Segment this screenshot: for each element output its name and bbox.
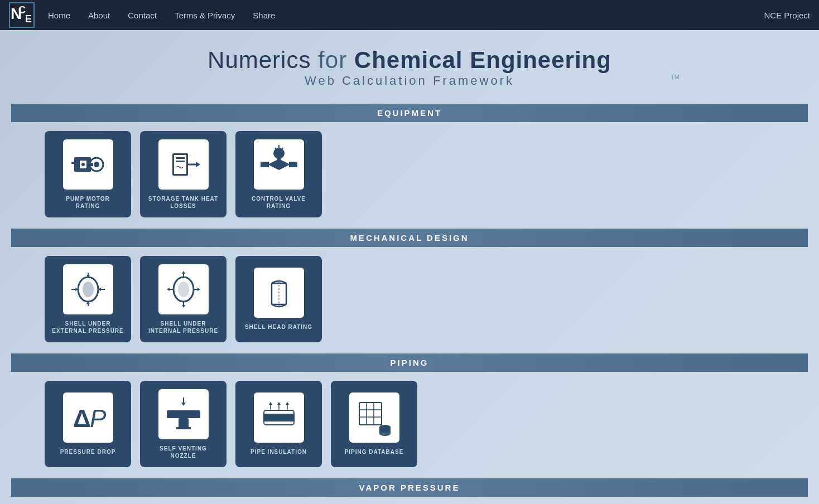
svg-text:P: P (90, 405, 107, 432)
svg-point-70 (379, 428, 391, 433)
card-label-pipe-insulation: PIPE INSULATION (250, 448, 307, 455)
card-self-venting[interactable]: SELF VENTINGNOZZLE (140, 381, 227, 467)
card-pipe-insulation[interactable]: PIPE INSULATION (235, 381, 322, 467)
card-shell-external[interactable]: SHELL UNDEREXTERNAL PRESSURE (45, 256, 131, 342)
section-piping: PIPING Δ P PRESSURE DROP (11, 353, 808, 467)
card-icon-self-venting (158, 389, 209, 439)
svg-marker-43 (182, 305, 185, 308)
nav-share[interactable]: Share (253, 11, 275, 20)
section-vapor-pressure: VAPOR PRESSURE LK LEE-KESLER A ANTOINE (11, 478, 808, 504)
title-bold: Chemical Engineering (354, 47, 611, 73)
section-equipment: EQUIPMENT PUMP MOTORRATING (11, 104, 808, 217)
svg-text:Δ: Δ (73, 405, 91, 432)
page-header: Numerics for Chemical Engineering Web Ca… (11, 47, 808, 88)
svg-rect-6 (90, 163, 93, 166)
card-pressure-drop[interactable]: Δ P PRESSURE DROP (45, 381, 131, 467)
svg-marker-41 (182, 271, 185, 274)
card-storage-tank[interactable]: STORAGE TANK HEATLOSSES (140, 131, 227, 217)
card-icon-shell-head (254, 268, 304, 318)
title-numerics: Numerics (208, 47, 311, 73)
svg-point-26 (83, 282, 94, 297)
section-header-piping: PIPING (11, 353, 808, 372)
card-pump-motor[interactable]: PUMP MOTORRATING (45, 131, 131, 217)
card-label-shell-head: SHELL HEAD RATING (245, 323, 312, 331)
logo-text: N C E (9, 1, 34, 29)
svg-marker-19 (279, 159, 290, 170)
svg-rect-12 (176, 157, 185, 159)
svg-marker-15 (196, 162, 200, 167)
main-content: Numerics for Chemical Engineering Web Ca… (0, 30, 819, 504)
svg-marker-39 (197, 288, 200, 291)
svg-line-23 (275, 148, 276, 149)
svg-line-24 (282, 148, 283, 149)
svg-marker-18 (268, 159, 279, 170)
page-title: Numerics for Chemical Engineering (11, 47, 808, 74)
card-label-pump-motor: PUMP MOTORRATING (66, 195, 110, 210)
card-shell-internal[interactable]: SHELL UNDERINTERNAL PRESSURE (140, 256, 227, 342)
card-control-valve[interactable]: CONTROL VALVERATING (235, 131, 322, 217)
nav-contact[interactable]: Contact (128, 11, 157, 20)
card-label-storage-tank: STORAGE TANK HEATLOSSES (148, 195, 218, 210)
svg-marker-53 (181, 403, 186, 406)
tm-mark: TM (671, 74, 680, 80)
section-header-vapor: VAPOR PRESSURE (11, 478, 808, 497)
svg-text:E: E (25, 13, 32, 25)
card-label-piping-database: PIPING DATABASE (345, 448, 404, 455)
card-piping-database[interactable]: PIPING DATABASE (331, 381, 417, 467)
logo-box: N C E (9, 2, 35, 28)
title-for: for (318, 47, 354, 73)
svg-rect-9 (71, 162, 76, 164)
section-header-equipment: EQUIPMENT (11, 104, 808, 122)
card-shell-head[interactable]: SHELL HEAD RATING (235, 256, 322, 342)
svg-point-44 (178, 282, 189, 297)
card-icon-pressure-drop: Δ P (63, 392, 113, 443)
card-label-self-venting: SELF VENTINGNOZZLE (160, 445, 207, 459)
card-icon-pump-motor (63, 139, 113, 190)
svg-marker-57 (269, 402, 272, 405)
svg-marker-59 (277, 402, 281, 405)
svg-rect-21 (289, 162, 297, 167)
card-label-pressure-drop: PRESSURE DROP (60, 448, 116, 455)
svg-rect-49 (167, 410, 200, 418)
card-label-shell-external: SHELL UNDEREXTERNAL PRESSURE (52, 320, 124, 335)
svg-point-16 (273, 148, 285, 159)
nav-about[interactable]: About (88, 11, 110, 20)
card-icon-storage-tank (158, 139, 209, 190)
svg-point-5 (94, 162, 99, 167)
svg-rect-20 (261, 162, 269, 167)
svg-marker-37 (167, 288, 170, 291)
svg-rect-55 (264, 414, 294, 421)
svg-rect-62 (359, 403, 382, 425)
section-mechanical: MECHANICAL DESIGN (11, 229, 808, 342)
svg-rect-51 (176, 427, 191, 429)
navbar-links: Home About Contact Terms & Privacy Share (48, 11, 764, 20)
svg-rect-13 (176, 161, 185, 162)
card-label-control-valve: CONTROL VALVERATING (252, 195, 306, 210)
navbar-right-label: NCE Project (764, 11, 810, 20)
svg-point-8 (81, 163, 85, 166)
page-subtitle: Web Calculation Framework (11, 74, 808, 88)
section-header-mechanical: MECHANICAL DESIGN (11, 229, 808, 247)
nav-home[interactable]: Home (48, 11, 70, 20)
card-icon-pipe-insulation (254, 392, 304, 443)
nav-terms[interactable]: Terms & Privacy (175, 11, 235, 20)
navbar: N C E Home About Contact Terms & Privacy… (0, 0, 819, 30)
piping-cards: Δ P PRESSURE DROP (11, 381, 808, 467)
card-icon-shell-external (63, 264, 113, 314)
card-icon-shell-internal (158, 264, 209, 314)
mechanical-cards: SHELL UNDEREXTERNAL PRESSURE (11, 256, 808, 342)
card-icon-control-valve (254, 139, 304, 190)
equipment-cards: PUMP MOTORRATING (11, 131, 808, 217)
logo[interactable]: N C E (9, 2, 35, 28)
svg-marker-61 (286, 402, 289, 405)
card-icon-piping-database (349, 392, 399, 443)
card-label-shell-internal: SHELL UNDERINTERNAL PRESSURE (148, 320, 218, 335)
